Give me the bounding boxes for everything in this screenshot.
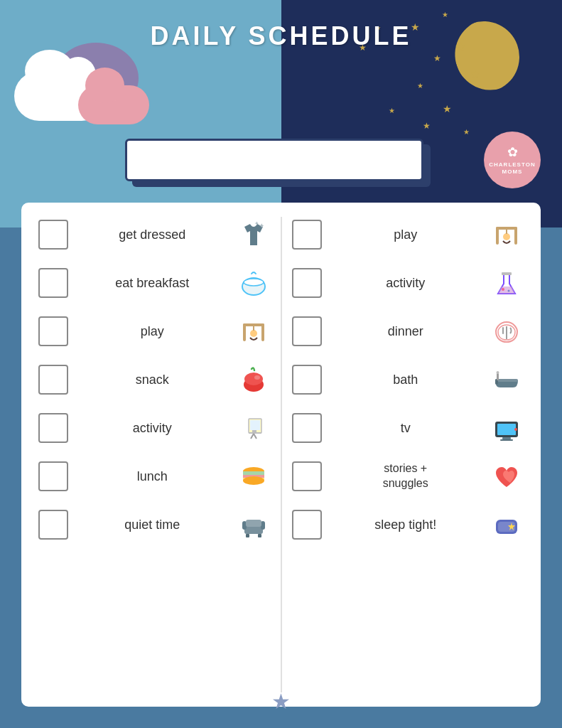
label-play-am: play bbox=[75, 324, 229, 339]
list-item: lunch bbox=[36, 455, 274, 498]
svg-point-11 bbox=[254, 375, 260, 380]
svg-text:✦: ✦ bbox=[259, 222, 264, 230]
checkbox-bath[interactable] bbox=[292, 365, 322, 395]
icon-quiet-time bbox=[237, 508, 271, 542]
icon-tv bbox=[490, 411, 524, 445]
list-item: snack bbox=[36, 358, 274, 401]
label-lunch: lunch bbox=[75, 469, 229, 484]
list-item: dinner bbox=[289, 310, 527, 353]
svg-point-10 bbox=[244, 373, 263, 385]
checkbox-quiet-time[interactable] bbox=[38, 510, 68, 540]
bottom-star: ★ bbox=[271, 689, 291, 714]
checkbox-eat-breakfast[interactable] bbox=[38, 268, 68, 298]
svg-point-35 bbox=[502, 288, 504, 291]
list-item: sleep tight! bbox=[289, 503, 527, 546]
checkbox-activity-pm[interactable] bbox=[292, 268, 322, 298]
icon-lunch bbox=[237, 459, 271, 493]
list-item: activity bbox=[289, 262, 527, 304]
right-column: play activity bbox=[282, 213, 534, 696]
list-item: bath bbox=[289, 358, 527, 401]
star-4: ★ bbox=[433, 53, 441, 63]
icon-play-am bbox=[237, 314, 271, 348]
name-plate-wrapper bbox=[125, 139, 438, 181]
moon-shape bbox=[438, 11, 529, 102]
star-5: ★ bbox=[470, 68, 480, 81]
list-item: eat breakfast bbox=[36, 262, 274, 304]
icon-stories-snuggles bbox=[490, 459, 524, 493]
checkbox-get-dressed[interactable] bbox=[38, 220, 68, 250]
label-bath: bath bbox=[329, 373, 483, 387]
logo-icon: ✿ bbox=[507, 144, 518, 160]
list-item: tv bbox=[289, 407, 527, 449]
logo: ✿ CHARLESTON MOMS bbox=[484, 132, 541, 188]
icon-bath bbox=[490, 363, 524, 397]
checkbox-activity-am[interactable] bbox=[38, 413, 68, 443]
svg-text:✦: ✦ bbox=[254, 220, 259, 227]
checkbox-tv[interactable] bbox=[292, 413, 322, 443]
star-1: ★ bbox=[411, 21, 420, 33]
svg-rect-14 bbox=[252, 430, 256, 432]
checkbox-stories-snuggles[interactable] bbox=[292, 461, 322, 491]
star-3: ★ bbox=[455, 39, 466, 55]
label-tv: tv bbox=[329, 421, 483, 436]
svg-rect-28 bbox=[258, 534, 261, 537]
cloud-pink bbox=[78, 85, 149, 124]
list-item: get dressed ✦ ✦ bbox=[36, 213, 274, 256]
main-card: get dressed ✦ ✦ eat breakfast bbox=[21, 203, 541, 707]
checkbox-snack[interactable] bbox=[38, 365, 68, 395]
checkbox-sleep-tight[interactable] bbox=[292, 510, 322, 540]
card-body: get dressed ✦ ✦ eat breakfast bbox=[21, 203, 541, 707]
moon bbox=[448, 21, 519, 92]
label-activity-pm: activity bbox=[329, 276, 483, 291]
star-6: ★ bbox=[417, 82, 423, 90]
svg-rect-27 bbox=[246, 534, 249, 537]
svg-rect-34 bbox=[502, 272, 512, 275]
label-activity-am: activity bbox=[75, 421, 229, 436]
svg-point-32 bbox=[503, 233, 510, 240]
label-play-pm: play bbox=[329, 228, 483, 242]
icon-eat-breakfast bbox=[237, 266, 271, 300]
star-7: ★ bbox=[443, 103, 452, 114]
svg-rect-6 bbox=[243, 323, 264, 326]
star-8: ★ bbox=[389, 107, 395, 114]
list-item: activity bbox=[36, 407, 274, 449]
label-eat-breakfast: eat breakfast bbox=[75, 276, 229, 291]
label-snack: snack bbox=[75, 373, 229, 387]
svg-line-16 bbox=[251, 434, 254, 439]
left-column: get dressed ✦ ✦ eat breakfast bbox=[28, 213, 281, 696]
svg-rect-44 bbox=[502, 437, 511, 439]
star-11: ★ bbox=[423, 121, 431, 131]
checkbox-lunch[interactable] bbox=[38, 461, 68, 491]
label-get-dressed: get dressed bbox=[75, 228, 229, 242]
checkbox-play-am[interactable] bbox=[38, 316, 68, 346]
list-item: quiet time bbox=[36, 503, 274, 546]
svg-point-46 bbox=[514, 428, 517, 431]
label-quiet-time: quiet time bbox=[75, 518, 229, 532]
svg-rect-26 bbox=[246, 520, 261, 527]
svg-rect-43 bbox=[497, 424, 516, 435]
list-item: stories +snuggles bbox=[289, 455, 527, 498]
svg-rect-19 bbox=[243, 471, 264, 475]
label-stories-snuggles: stories +snuggles bbox=[329, 461, 483, 491]
list-item: play bbox=[36, 310, 274, 353]
icon-dinner bbox=[490, 314, 524, 348]
star-2: ★ bbox=[442, 11, 448, 18]
svg-rect-31 bbox=[496, 227, 517, 230]
icon-snack bbox=[237, 363, 271, 397]
checkbox-play-pm[interactable] bbox=[292, 220, 322, 250]
svg-rect-40 bbox=[497, 373, 499, 380]
icon-activity-am bbox=[237, 411, 271, 445]
logo-text: CHARLESTON MOMS bbox=[489, 161, 535, 175]
label-sleep-tight: sleep tight! bbox=[329, 518, 483, 532]
svg-rect-15 bbox=[249, 432, 261, 434]
icon-get-dressed: ✦ ✦ bbox=[237, 218, 271, 252]
list-item: play bbox=[289, 213, 527, 256]
icon-activity-pm bbox=[490, 266, 524, 300]
svg-rect-45 bbox=[500, 439, 513, 441]
label-dinner: dinner bbox=[329, 324, 483, 339]
icon-play-pm bbox=[490, 218, 524, 252]
svg-point-36 bbox=[508, 290, 510, 292]
svg-line-17 bbox=[254, 434, 256, 439]
icon-sleep-tight bbox=[490, 508, 524, 542]
checkbox-dinner[interactable] bbox=[292, 316, 322, 346]
